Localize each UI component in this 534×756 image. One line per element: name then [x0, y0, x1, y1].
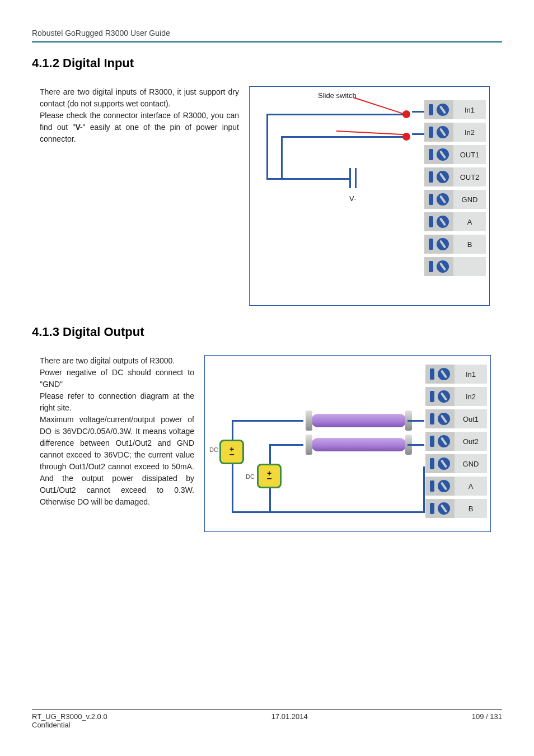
wire-icon — [266, 114, 406, 115]
screw-terminal-icon — [425, 477, 455, 496]
di-para2: Please check the connector interface of … — [40, 110, 239, 145]
dc-source-icon: +− — [219, 440, 244, 464]
load-lamp-icon — [311, 438, 406, 451]
footer-confidential: Confidential — [32, 721, 107, 729]
annotation-line-icon — [353, 97, 405, 115]
terminal-gnd: GND — [424, 190, 486, 209]
digital-output-text: There are two digital outputs of R3000. … — [32, 355, 194, 508]
terminal-a: A — [424, 212, 486, 231]
section-title-digital-output: 4.1.3 Digital Output — [32, 325, 502, 339]
terminal-label: B — [453, 235, 486, 254]
terminal-in2: In2 — [424, 123, 486, 142]
screw-terminal-icon — [424, 167, 453, 186]
wire-icon — [232, 420, 303, 422]
page-footer: RT_UG_R3000_v.2.0.0 Confidential 17.01.2… — [32, 709, 502, 729]
screw-terminal-icon — [424, 123, 453, 142]
dc-source-icon: +− — [257, 464, 282, 488]
do-para4: Maximum voltage/current/output power of … — [40, 414, 194, 508]
wire-icon — [266, 178, 349, 180]
annotation-line-icon — [336, 130, 407, 136]
diagram-digital-input: Slide switch V- In1 — [249, 86, 490, 306]
footer-doc: RT_UG_R3000_v.2.0.0 — [32, 712, 107, 721]
switch-contact-icon — [402, 110, 410, 118]
wire-icon — [281, 136, 406, 138]
terminal-label: B — [455, 499, 487, 518]
terminal-block: In1 In2 Out1 Out2 GND A B — [425, 365, 487, 518]
page: Robustel GoRugged R3000 User Guide 4.1.2… — [0, 0, 534, 532]
dc-label: DC — [209, 446, 218, 453]
do-para2: Power negative of DC should connect to "… — [40, 367, 194, 390]
screw-terminal-icon — [424, 212, 453, 231]
section-digital-output: There are two digital outputs of R3000. … — [32, 355, 502, 532]
terminal-label: Out2 — [455, 432, 487, 451]
terminal-label: A — [455, 477, 487, 496]
terminal-a: A — [425, 477, 487, 496]
terminal-label: In2 — [455, 387, 487, 406]
wire-icon — [232, 464, 233, 512]
di-para1: There are two digital inputs of R3000, i… — [40, 86, 239, 110]
wire-icon — [407, 444, 424, 446]
terminal-b: B — [424, 235, 486, 254]
screw-terminal-icon — [424, 257, 453, 276]
load-lamp-icon — [311, 414, 406, 427]
terminal-b: B — [425, 499, 487, 518]
screw-terminal-icon — [425, 387, 455, 406]
switch-contact-icon — [402, 133, 410, 141]
dc-label: DC — [246, 473, 255, 480]
di-para2-bold: V- — [75, 123, 82, 132]
terminal-blank — [424, 257, 486, 276]
wire-icon — [407, 420, 424, 422]
terminal-gnd: GND — [425, 454, 487, 473]
diagram-digital-output: +− DC +− DC In1 In2 Out1 Out2 GND A B — [204, 355, 491, 532]
footer-page: 109 / 131 — [472, 712, 502, 729]
terminal-label: GND — [455, 454, 487, 473]
terminal-label: A — [453, 212, 486, 231]
terminal-out1: Out1 — [425, 409, 487, 428]
terminal-label: GND — [453, 190, 486, 209]
wire-icon — [412, 111, 425, 113]
terminal-label: OUT1 — [453, 145, 486, 164]
wire-icon — [232, 511, 424, 513]
terminal-in2: In2 — [425, 387, 487, 406]
screw-terminal-icon — [425, 454, 455, 473]
screw-terminal-icon — [424, 235, 453, 254]
terminal-out2: Out2 — [425, 432, 487, 451]
wire-icon — [266, 114, 268, 179]
wire-icon — [412, 133, 425, 135]
terminal-out1: OUT1 — [424, 145, 486, 164]
wire-icon — [269, 488, 271, 512]
terminal-out2: OUT2 — [424, 167, 486, 186]
section-title-digital-input: 4.1.2 Digital Input — [32, 56, 502, 71]
screw-terminal-icon — [424, 145, 453, 164]
section-digital-input: There are two digital inputs of R3000, i… — [32, 86, 502, 306]
terminal-label: Out1 — [455, 409, 487, 428]
wire-icon — [269, 444, 303, 446]
terminal-label: In1 — [455, 365, 487, 384]
running-header: Robustel GoRugged R3000 User Guide — [32, 29, 502, 43]
terminal-label: In2 — [453, 123, 486, 142]
do-para1: There are two digital outputs of R3000. — [40, 355, 194, 367]
slide-switch-label: Slide switch — [318, 91, 357, 100]
terminal-in1: In1 — [424, 100, 486, 119]
screw-terminal-icon — [424, 190, 453, 209]
terminal-label: In1 — [453, 100, 486, 119]
wire-icon — [423, 466, 425, 513]
screw-terminal-icon — [425, 499, 455, 518]
footer-date: 17.01.2014 — [107, 712, 472, 729]
screw-terminal-icon — [425, 409, 455, 428]
screw-terminal-icon — [425, 432, 455, 451]
wire-icon — [232, 420, 233, 442]
v-minus-label: V- — [349, 194, 356, 203]
digital-input-text: There are two digital inputs of R3000, i… — [32, 86, 239, 145]
terminal-block: In1 In2 OUT1 OUT2 GND A B — [424, 100, 486, 276]
screw-terminal-icon — [425, 365, 455, 384]
wire-icon — [269, 444, 271, 466]
do-para3: Please refer to connection diagram at th… — [40, 390, 194, 414]
terminal-label — [453, 257, 486, 276]
terminal-label: OUT2 — [453, 167, 486, 186]
wire-icon — [281, 136, 283, 179]
terminal-in1: In1 — [425, 365, 487, 384]
screw-terminal-icon — [424, 100, 453, 119]
